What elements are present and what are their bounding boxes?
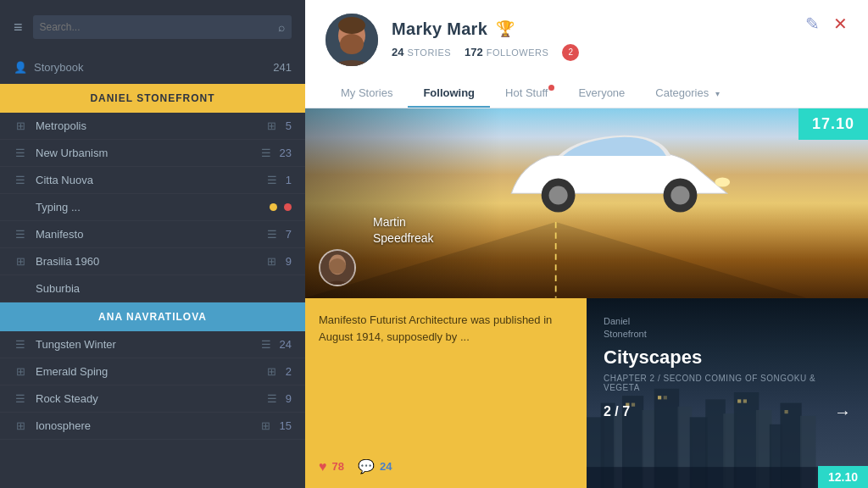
search-bar[interactable]: ⌕ [33,15,292,39]
doc-icon-r: ☰ [265,174,279,186]
hamburger-icon[interactable]: ≡ [14,19,23,36]
image-icon-r: ⊞ [265,255,279,268]
item-name: New Urbanism [36,147,108,159]
card-car[interactable]: Martin Speedfreak 17.10 [305,108,868,298]
item-name: Typing ... [36,201,81,214]
item-name: Suburbia [36,282,80,295]
avatar [326,14,378,66]
main-content: Marky Mark 🏆 24STORIES 172FOLLOWERS 2 ✎ … [305,0,868,488]
item-name: Manifesto [36,228,83,241]
tab-categories[interactable]: Categories ▾ [640,80,735,108]
image-icon: ⊞ [14,419,27,432]
image-icon: ⊞ [14,119,27,132]
stories-label: STORIES [407,47,451,58]
city-title: Cityscapes [604,347,851,369]
profile-name-row: Marky Mark 🏆 [392,19,848,39]
svg-point-7 [549,186,568,205]
section-ana[interactable]: ANA NAVRATILOVA [0,302,305,331]
image-icon-r: ⊞ [265,119,279,132]
city-progress-row: 2 / 7 → [604,402,851,422]
item-name: Ionosphere [36,419,91,432]
svg-point-13 [329,258,346,274]
bubble-icon: 💬 [358,458,375,474]
doc-icon: ☰ [14,392,27,405]
tab-following[interactable]: Following [408,80,490,108]
card-manifesto[interactable]: Manifesto Futurist Architecture was publ… [305,298,587,488]
edit-button[interactable]: ✎ [805,14,820,34]
search-input[interactable] [40,21,278,33]
doc-icon: ☰ [14,174,27,186]
list-item[interactable]: ☰ New Urbanism ☰ 23 [0,140,305,167]
item-name: Tungsten Winter [36,338,116,351]
followers-label: FOLLOWERS [487,47,549,58]
item-name: Citta Nuova [36,174,93,186]
followers-count: 172 [465,46,483,58]
item-count: 2 [286,365,292,378]
profile-actions: ✎ ✕ [805,14,848,34]
storybook-label: Storybook [34,61,84,74]
image-icon-r: ⊞ [265,365,279,378]
sidebar-header: ≡ ⌕ [0,0,305,54]
close-button[interactable]: ✕ [833,14,848,34]
item-name: Metropolis [36,119,86,132]
svg-point-3 [338,17,365,34]
doc-icon: ☰ [14,147,27,159]
list-item[interactable]: ☰ Manifesto ☰ 7 [0,221,305,248]
hot-stuff-dot [548,85,554,91]
red-dot [284,203,292,211]
author-avatar [319,249,356,286]
stories-count: 24 [392,46,403,58]
list-item[interactable]: ⊞ Emerald Sping ⊞ 2 [0,358,305,385]
list-item[interactable]: ☰ Rock Steady ☰ 9 [0,385,305,413]
search-icon: ⌕ [278,20,285,34]
item-count: 24 [280,338,292,351]
item-name: Rock Steady [36,392,98,405]
svg-marker-14 [583,376,587,410]
manifesto-footer: ♥ 78 💬 24 [319,458,573,474]
list-item[interactable]: ⊞ Metropolis ⊞ 5 [0,113,305,140]
doc-icon: ☰ [14,228,27,241]
cards-area: Martin Speedfreak 17.10 Manifesto Futuri… [305,108,868,488]
svg-point-10 [715,178,731,187]
list-item[interactable]: ☰ Tungsten Winter ☰ 24 [0,331,305,358]
list-item[interactable]: ⊞ Ionosphere ⊞ 15 [0,413,305,440]
heart-icon: ♥ [319,459,327,474]
like-count: 78 [332,460,344,473]
tab-everyone[interactable]: Everyone [563,80,640,108]
item-count: 9 [286,255,292,268]
item-count: 15 [280,419,292,432]
trophy-icon: 🏆 [496,19,515,38]
yellow-dot [270,203,277,211]
tab-my-stories[interactable]: My Stories [326,80,408,108]
city-progress: 2 / 7 [604,404,630,419]
car-date-badge: 17.10 [798,108,868,140]
card-city[interactable]: Daniel Stonefront Cityscapes CHAPTER 2 /… [587,298,868,488]
item-count: 7 [286,228,292,241]
section-daniel[interactable]: DANIEL STONEFRONT [0,84,305,113]
image-icon: ⊞ [14,255,27,268]
item-count: 1 [286,174,292,186]
person-icon: 👤 [14,61,27,74]
doc-icon-r: ☰ [265,392,279,405]
storybook-count: 241 [273,61,292,74]
manifesto-text: Manifesto Futurist Architecture was publ… [319,312,573,345]
svg-point-9 [671,186,690,205]
next-arrow-button[interactable]: → [834,402,851,422]
list-item[interactable]: ☰ Citta Nuova ☰ 1 [0,167,305,194]
list-item[interactable]: Typing ... [0,194,305,221]
profile-name: Marky Mark [392,19,487,39]
image-icon: ⊞ [14,365,27,378]
sidebar: ≡ ⌕ 👤 Storybook 241 DANIEL STONEFRONT ⊞ … [0,0,305,488]
city-subtitle: CHAPTER 2 / SECOND COMING OF SONGOKU & V… [604,374,851,392]
card-author: Martin Speedfreak [373,214,434,247]
profile-info: Marky Mark 🏆 24STORIES 172FOLLOWERS 2 [392,19,848,61]
like-button[interactable]: ♥ 78 [319,459,344,474]
messages-badge[interactable]: 2 [562,44,579,61]
tabs: My Stories Following Hot Stuff Everyone … [326,76,848,108]
tab-hot-stuff[interactable]: Hot Stuff [490,80,563,108]
list-item[interactable]: Suburbia [0,275,305,302]
comment-button[interactable]: 💬 24 [358,458,392,474]
list-item[interactable]: ⊞ Brasilia 1960 ⊞ 9 [0,248,305,275]
doc-icon-r: ☰ [259,147,273,159]
svg-rect-37 [587,467,829,488]
